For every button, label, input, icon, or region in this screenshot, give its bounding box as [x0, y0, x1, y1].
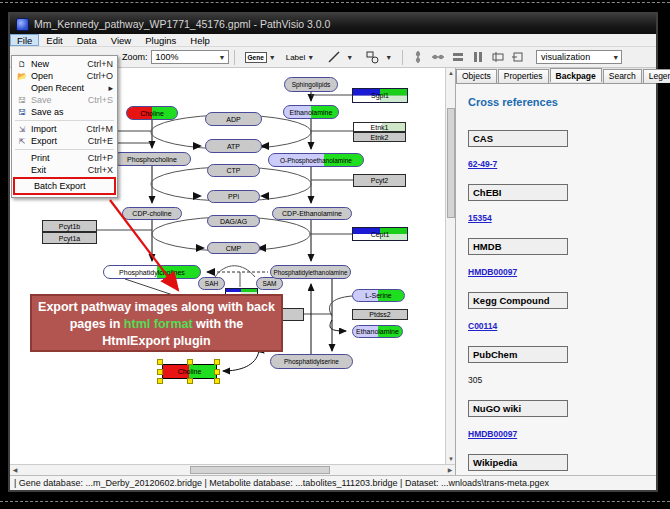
node-choline-selected[interactable]: Choline: [162, 364, 217, 379]
annotation-highlight: html format: [124, 317, 193, 331]
xref-link[interactable]: 62-49-7: [468, 159, 497, 169]
common-width-icon[interactable]: [471, 50, 485, 64]
node-choline-top[interactable]: Choline: [126, 106, 178, 120]
tab-search[interactable]: Search: [603, 69, 642, 83]
selection-handle[interactable]: [157, 369, 163, 375]
selection-handle[interactable]: [187, 359, 193, 365]
shape-tool-button[interactable]: ▼: [360, 48, 395, 66]
save-icon: 🖫: [15, 96, 29, 105]
selection-handle[interactable]: [214, 369, 220, 375]
selection-handle[interactable]: [157, 359, 163, 365]
node-cdp-choline[interactable]: CDP-choline: [122, 207, 182, 220]
node-cdp-ethanolamine[interactable]: CDP-Ethanolamine: [272, 207, 352, 220]
node-phosphatidylethanolamine[interactable]: Phosphatidylethanolamine: [270, 265, 351, 279]
file-menu-save-as[interactable]: 🖫 Save as: [12, 106, 117, 118]
file-menu-save[interactable]: 🖫 SaveCtrl+S: [12, 94, 117, 106]
zoom-label: Zoom:: [122, 52, 148, 62]
node-ethanolamine-bottom[interactable]: Ethanolamine: [352, 325, 403, 338]
scrollbar-thumb[interactable]: [190, 466, 330, 474]
file-menu-batch-export[interactable]: Batch Export: [13, 177, 116, 195]
distribute-vertical-icon[interactable]: [511, 50, 525, 64]
node-ppi[interactable]: PPi: [207, 190, 260, 203]
node-l-serine[interactable]: L-Serine: [352, 289, 405, 302]
node-adp[interactable]: ADP: [205, 112, 262, 126]
status-text: | Gene database: ...m_Derby_20120602.bri…: [14, 478, 549, 488]
screen-edge-artifact-bottom: [0, 501, 670, 502]
file-menu-open[interactable]: 📂 OpenCtrl+O: [12, 70, 117, 82]
menu-edit[interactable]: Edit: [39, 34, 69, 46]
menu-file[interactable]: File: [10, 34, 39, 46]
node-cept1[interactable]: Cept1: [352, 227, 408, 241]
xref-section-chebi: ChEBI 15354: [468, 184, 656, 225]
tab-legend[interactable]: Legend: [643, 69, 670, 83]
scroll-left-icon[interactable]: ◀: [10, 465, 20, 475]
align-center-x-icon[interactable]: [411, 50, 425, 64]
file-menu-export[interactable]: ⇱ ExportCtrl+E: [12, 135, 117, 147]
xref-db-name: Kegg Compound: [468, 292, 568, 309]
canvas-horizontal-scrollbar[interactable]: ◀ ▶: [10, 464, 455, 475]
file-menu-exit[interactable]: ExitCtrl+X: [12, 164, 117, 176]
chevron-down-icon: ▼: [307, 54, 314, 61]
selection-handle[interactable]: [187, 378, 193, 384]
tab-properties[interactable]: Properties: [498, 69, 549, 83]
common-height-icon[interactable]: [451, 50, 465, 64]
menu-view[interactable]: View: [104, 34, 138, 46]
menu-help[interactable]: Help: [183, 34, 217, 46]
canvas-vertical-scrollbar[interactable]: ▲ ▼: [445, 68, 455, 464]
file-menu-new[interactable]: 🗋 NewCtrl+N: [12, 58, 117, 70]
node-phosphatidylcholines[interactable]: Phosphatidylcholines: [103, 265, 201, 279]
node-atp[interactable]: ATP: [205, 139, 262, 153]
xref-section-hmdb: HMDB HMDB00097: [468, 238, 656, 279]
shape-tool-icon: [366, 50, 380, 64]
xref-link[interactable]: HMDB00097: [468, 429, 517, 439]
node-pcyt1a[interactable]: Pcyt1a: [42, 232, 97, 244]
selection-handle[interactable]: [214, 378, 220, 384]
node-ethanolamine-top[interactable]: Ethanolamine: [283, 105, 339, 119]
node-pcyt2[interactable]: Pcyt2: [353, 174, 406, 187]
node-pcyt1b[interactable]: Pcyt1b: [42, 220, 97, 232]
xref-link[interactable]: 15354: [468, 213, 492, 223]
tab-objects[interactable]: Objects: [456, 69, 497, 83]
sidebar-tabs: Objects Properties Backpage Search Legen…: [456, 68, 656, 83]
xref-link[interactable]: HMDB00097: [468, 267, 517, 277]
gene-datanode-button[interactable]: Gene ▼: [242, 50, 279, 65]
node-sphingolipids[interactable]: Sphingolipids: [284, 77, 338, 92]
distribute-horizontal-icon[interactable]: [491, 50, 505, 64]
node-ptdss2[interactable]: Ptdss2: [352, 309, 408, 320]
selection-handle[interactable]: [157, 378, 163, 384]
node-o-phosphoethanolamine[interactable]: O-Phosphoethanolamine: [268, 153, 364, 167]
title-bar[interactable]: Mm_Kennedy_pathway_WP1771_45176.gpml - P…: [10, 14, 656, 34]
node-sah[interactable]: SAH: [198, 277, 225, 290]
menu-plugins[interactable]: Plugins: [138, 34, 183, 46]
xref-link[interactable]: C00114: [468, 321, 497, 331]
file-menu-import[interactable]: ⇲ ImportCtrl+M: [12, 123, 117, 135]
tab-backpage[interactable]: Backpage: [550, 68, 602, 82]
xref-db-name: HMDB: [468, 238, 568, 255]
align-center-y-icon[interactable]: [431, 50, 445, 64]
node-ctp[interactable]: CTP: [207, 164, 260, 177]
xref-db-name: PubChem: [468, 346, 568, 363]
scroll-right-icon[interactable]: ▶: [445, 465, 455, 475]
node-etnk2[interactable]: Etnk2: [353, 132, 406, 142]
menu-data[interactable]: Data: [70, 34, 104, 46]
label-button[interactable]: Label ▼: [283, 51, 318, 64]
file-menu-open-recent[interactable]: Open Recent▸: [12, 82, 117, 94]
selection-handle[interactable]: [214, 359, 220, 365]
xref-db-name: Wikipedia: [468, 454, 568, 471]
node-phosphatidylserine[interactable]: Phosphatidylserine: [270, 354, 353, 369]
cross-references-heading: Cross references: [468, 96, 656, 108]
visualization-combobox[interactable]: visualization ▼: [536, 50, 622, 64]
zoom-combobox[interactable]: 100% ▼: [151, 50, 229, 64]
node-phosphocholine[interactable]: Phosphocholine: [113, 152, 191, 166]
node-cmp[interactable]: CMP: [207, 242, 260, 254]
annotation-line1: Export pathway images along with back: [32, 299, 281, 316]
file-menu-print[interactable]: PrintCtrl+P: [12, 152, 117, 164]
line-tool-button[interactable]: ▼: [321, 48, 356, 66]
scrollbar-thumb[interactable]: [447, 108, 455, 218]
screen: { "window": { "title": "Mm_Kennedy_pathw…: [0, 0, 670, 509]
node-sgpl1[interactable]: Sgpl1: [352, 88, 408, 103]
node-dag-ag[interactable]: DAG/AG: [207, 215, 260, 227]
node-etnk1[interactable]: Etnk1: [353, 122, 406, 132]
new-document-icon: 🗋: [15, 60, 29, 69]
gene-icon: Gene: [245, 52, 267, 63]
